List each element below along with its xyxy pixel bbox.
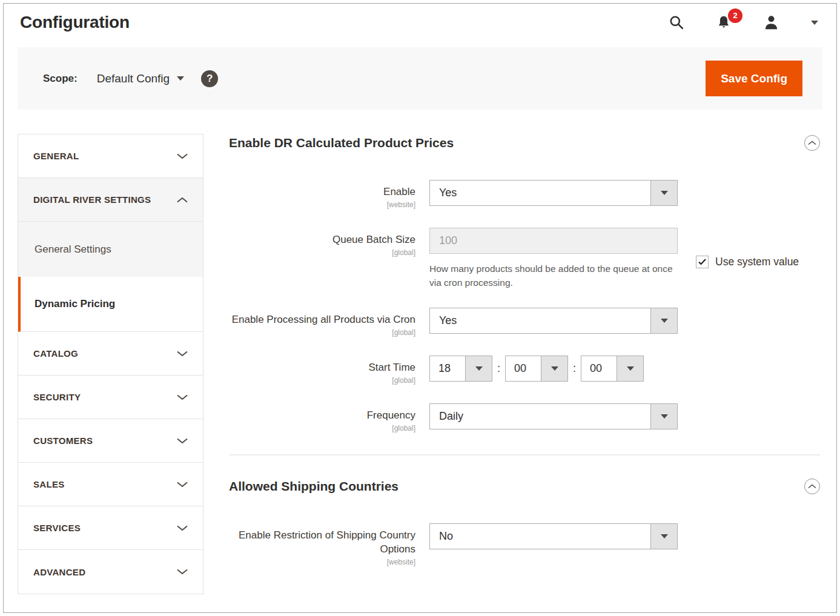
- field-scope: [website]: [229, 557, 415, 567]
- chevron-down-icon: [177, 153, 188, 159]
- select-arrow-icon: [465, 356, 492, 381]
- config-sidebar: GENERAL DIGITAL RIVER SETTINGS General S…: [18, 134, 203, 594]
- field-label: Queue Batch Size: [229, 233, 415, 247]
- select-arrow-icon: [650, 524, 677, 549]
- select-arrow-icon: [617, 356, 643, 381]
- start-time-hour-select[interactable]: 18: [429, 356, 492, 382]
- select-arrow-icon: [650, 308, 677, 333]
- chevron-down-icon: [177, 394, 188, 400]
- chevron-down-icon: [177, 525, 188, 531]
- scope-chevron-down-icon: [177, 76, 184, 81]
- chevron-up-icon: [808, 141, 816, 145]
- collapse-section-button[interactable]: [804, 479, 820, 494]
- sidebar-item-services[interactable]: SERVICES: [18, 506, 203, 550]
- chevron-down-icon: [177, 482, 188, 488]
- sidebar-item-customers[interactable]: CUSTOMERS: [18, 419, 203, 463]
- section-header-shipping-countries: Allowed Shipping Countries: [229, 479, 820, 494]
- sidebar-item-digital-river-settings[interactable]: DIGITAL RIVER SETTINGS: [18, 178, 203, 222]
- notifications-bell-icon[interactable]: 2: [716, 15, 732, 31]
- page-title: Configuration: [20, 13, 130, 32]
- use-system-value-wrap: Use system value: [696, 228, 799, 290]
- field-label: Enable Restriction of Shipping Country O…: [229, 529, 415, 557]
- chevron-up-icon: [177, 197, 188, 203]
- account-chevron-down-icon[interactable]: [811, 21, 818, 25]
- chevron-down-icon: [177, 351, 188, 357]
- select-value: Yes: [430, 180, 650, 205]
- field-scope: [global]: [229, 328, 415, 337]
- field-scope: [global]: [229, 248, 415, 257]
- field-label: Enable: [229, 185, 415, 199]
- enable-select[interactable]: Yes: [429, 180, 678, 206]
- user-account-icon[interactable]: [763, 15, 779, 31]
- sidebar-item-sales[interactable]: SALES: [18, 463, 203, 506]
- page-header: Configuration 2: [4, 4, 836, 41]
- select-value: Daily: [430, 404, 650, 429]
- select-arrow-icon: [650, 404, 677, 429]
- field-note: How many products should be added to the…: [429, 262, 678, 290]
- start-time-group: 18 : 00 : 00: [429, 356, 644, 382]
- select-arrow-icon: [650, 180, 677, 205]
- start-time-second-select[interactable]: 00: [581, 356, 644, 382]
- field-row-start-time: Start Time [global] 18 : 00: [229, 356, 820, 385]
- sidebar-item-catalog[interactable]: CATALOG: [18, 332, 203, 376]
- sidebar-item-general-settings[interactable]: General Settings: [18, 222, 203, 277]
- queue-batch-size-input[interactable]: [429, 228, 678, 254]
- field-scope: [website]: [229, 200, 415, 210]
- chevron-down-icon: [177, 438, 188, 444]
- select-value: 00: [581, 356, 617, 381]
- shipping-restriction-select[interactable]: No: [429, 523, 678, 549]
- chevron-up-icon: [808, 484, 816, 489]
- field-row-queue-batch-size: Queue Batch Size [global] How many produ…: [229, 228, 820, 290]
- field-scope: [global]: [229, 423, 415, 433]
- use-system-value-label: Use system value: [715, 256, 799, 268]
- field-label: Frequency: [229, 409, 415, 423]
- collapse-section-button[interactable]: [804, 135, 820, 151]
- field-row-shipping-restriction: Enable Restriction of Shipping Country O…: [229, 523, 820, 567]
- select-value: 18: [430, 356, 465, 381]
- chevron-down-icon: [177, 569, 188, 575]
- sidebar-item-security[interactable]: SECURITY: [18, 376, 203, 419]
- select-value: No: [430, 524, 650, 549]
- section-header-dr-prices: Enable DR Calculated Product Prices: [229, 135, 820, 151]
- section-title: Enable DR Calculated Product Prices: [229, 136, 454, 150]
- field-label: Start Time: [229, 361, 415, 375]
- scope-switcher[interactable]: Default Config: [97, 72, 184, 85]
- field-row-enable-cron: Enable Processing all Products via Cron …: [229, 308, 820, 337]
- field-label: Enable Processing all Products via Cron: [229, 313, 415, 327]
- admin-page: Configuration 2: [3, 3, 837, 613]
- section-title: Allowed Shipping Countries: [229, 479, 399, 494]
- content-layout: GENERAL DIGITAL RIVER SETTINGS General S…: [4, 110, 836, 594]
- select-arrow-icon: [541, 356, 567, 381]
- frequency-select[interactable]: Daily: [429, 403, 678, 429]
- time-separator: :: [497, 362, 500, 375]
- scope-value: Default Config: [97, 72, 170, 85]
- checkmark-icon: [698, 259, 706, 265]
- section-divider: [229, 454, 820, 455]
- cron-enable-select[interactable]: Yes: [429, 308, 678, 334]
- help-icon[interactable]: ?: [201, 70, 218, 87]
- search-icon[interactable]: [669, 15, 684, 30]
- field-row-frequency: Frequency [global] Daily: [229, 403, 820, 433]
- time-separator: :: [573, 362, 576, 375]
- scope-bar: Scope: Default Config ? Save Config: [18, 47, 822, 110]
- save-config-button[interactable]: Save Config: [706, 61, 802, 96]
- config-main: Enable DR Calculated Product Prices Enab…: [229, 110, 822, 586]
- start-time-minute-select[interactable]: 00: [505, 356, 568, 382]
- select-value: 00: [506, 356, 541, 381]
- notification-count-badge[interactable]: 2: [728, 8, 742, 23]
- scope-label: Scope:: [43, 73, 78, 85]
- sidebar-item-general[interactable]: GENERAL: [18, 134, 203, 178]
- field-row-enable: Enable [website] Yes: [229, 180, 820, 210]
- sidebar-item-dynamic-pricing[interactable]: Dynamic Pricing: [18, 277, 203, 332]
- sidebar-item-advanced[interactable]: ADVANCED: [18, 550, 203, 594]
- field-scope: [global]: [229, 376, 415, 385]
- header-actions: 2: [669, 15, 818, 31]
- use-system-value-checkbox[interactable]: [696, 256, 709, 268]
- select-value: Yes: [430, 308, 650, 333]
